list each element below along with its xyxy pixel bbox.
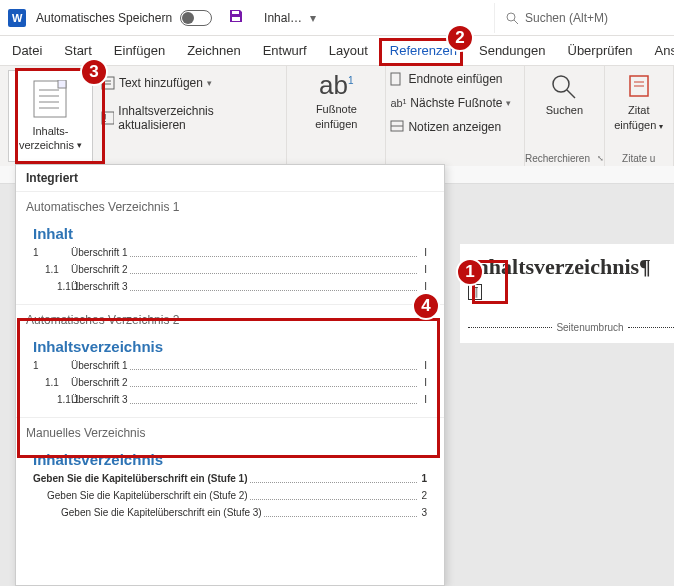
callout-4: 4 [412, 292, 440, 320]
tab-sendungen[interactable]: Sendungen [477, 39, 548, 62]
show-notes-button[interactable]: Notizen anzeigen [390, 120, 520, 134]
toc-manual-row: Geben Sie die Kapitelüberschrift ein (St… [33, 504, 427, 521]
next-footnote-icon: ab¹ [390, 97, 406, 109]
autosave-toggle[interactable] [180, 10, 212, 26]
tab-layout[interactable]: Layout [327, 39, 370, 62]
toc-icon [33, 80, 67, 121]
tab-datei[interactable]: Datei [10, 39, 44, 62]
insert-citation-button[interactable]: Zitat einfügen ▾ [614, 72, 663, 132]
gallery-item-manual[interactable]: Inhaltsverzeichnis Geben Sie die Kapitel… [26, 444, 434, 528]
gallery-item-auto1[interactable]: Inhalt 1Überschrift 1I1.1Überschrift 2I1… [26, 218, 434, 302]
svg-rect-15 [391, 73, 400, 85]
svg-rect-5 [58, 80, 66, 88]
toc-manual-row: Geben Sie die Kapitelüberschrift ein (St… [33, 470, 427, 487]
search-big-icon [549, 72, 579, 102]
insert-endnote-button[interactable]: Endnote einfügen [390, 72, 520, 86]
autosave-label: Automatisches Speichern [36, 11, 172, 25]
toc-preview-row: 1.1Überschrift 2I [33, 374, 427, 391]
tab-entwurf[interactable]: Entwurf [261, 39, 309, 62]
document-page[interactable]: Inhaltsverzeichnis¶ ¶ Seitenumbruch [460, 244, 674, 343]
refresh-icon: ! [101, 111, 114, 125]
notes-icon [390, 120, 404, 134]
svg-text:W: W [12, 12, 23, 24]
toc-preview-row: 1.1.1Überschrift 3I [33, 278, 427, 295]
save-icon[interactable] [228, 8, 244, 28]
gallery-item-auto2[interactable]: Inhaltsverzeichnis 1Überschrift 1I1.1Übe… [26, 331, 434, 415]
tab-zeichnen[interactable]: Zeichnen [185, 39, 242, 62]
citation-icon [624, 72, 654, 102]
update-toc-button[interactable]: ! Inhaltsverzeichnis aktualisieren [101, 104, 278, 132]
add-text-button[interactable]: Text hinzufügen▾ [101, 76, 278, 90]
search-icon [505, 11, 519, 25]
page-break-indicator: Seitenumbruch [468, 322, 674, 333]
svg-point-2 [507, 13, 515, 21]
pilcrow-mark: ¶ [468, 284, 482, 300]
toc-manual-row: Geben Sie die Kapitelüberschrift ein (St… [33, 487, 427, 504]
callout-1: 1 [456, 258, 484, 286]
chevron-down-icon: ▾ [77, 140, 82, 151]
svg-point-18 [553, 76, 569, 92]
smart-lookup-button[interactable]: Suchen [546, 72, 583, 117]
tab-einfuegen[interactable]: Einfügen [112, 39, 167, 62]
toc-gallery: Integriert Automatisches Verzeichnis 1 I… [15, 164, 445, 586]
document-heading: Inhaltsverzeichnis¶ [468, 254, 674, 280]
callout-2: 2 [446, 24, 474, 52]
toc-preview-row: 1Überschrift 1I [33, 357, 427, 374]
gallery-caption-auto1: Automatisches Verzeichnis 1 [16, 191, 444, 216]
tell-me-search[interactable]: Suchen (Alt+M) [494, 3, 674, 33]
gallery-caption-manual: Manuelles Verzeichnis [16, 417, 444, 442]
svg-text:!: ! [104, 113, 107, 124]
tab-ansicht[interactable]: Ans [653, 39, 674, 62]
toc-button[interactable]: Inhalts- verzeichnis ▾ [8, 70, 93, 162]
toc-preview-row: 1Überschrift 1I [33, 244, 427, 261]
footnote-icon: ab1 [319, 70, 353, 101]
toc-preview-row: 1.1Überschrift 2I [33, 261, 427, 278]
gallery-caption-auto2: Automatisches Verzeichnis 2 [16, 304, 444, 329]
titlebar: W Automatisches Speichern Inhal… ▾ Suche… [0, 0, 674, 36]
svg-line-19 [567, 90, 575, 98]
tab-ueberpruefen[interactable]: Überprüfen [566, 39, 635, 62]
toc-preview-row: 1.1.1Überschrift 3I [33, 391, 427, 408]
gallery-header: Integriert [16, 165, 444, 191]
next-footnote-button[interactable]: ab¹ Nächste Fußnote▾ [390, 96, 520, 110]
insert-footnote-button[interactable]: ab1 Fußnote einfügen [315, 70, 357, 131]
word-app-icon: W [8, 9, 26, 27]
callout-3: 3 [80, 58, 108, 86]
endnote-icon [390, 72, 404, 86]
document-name: Inhal… [264, 11, 302, 25]
svg-line-3 [514, 20, 518, 24]
